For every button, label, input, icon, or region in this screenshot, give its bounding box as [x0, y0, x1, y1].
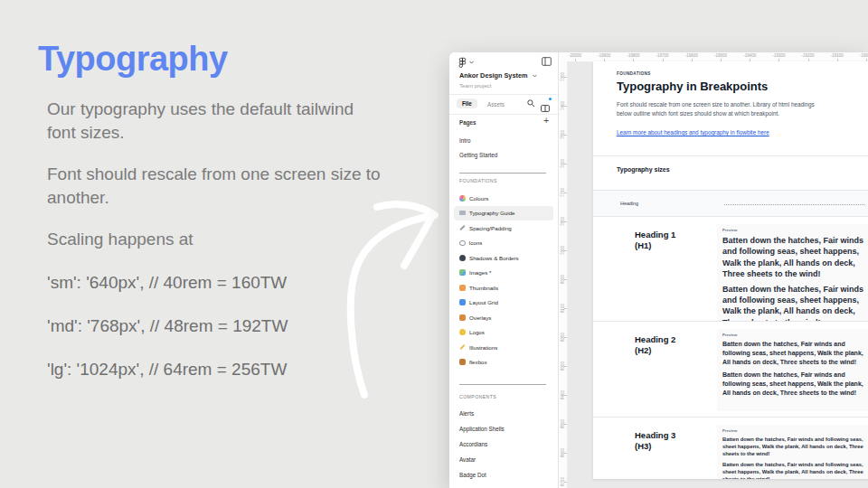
- ruler-tick: [564, 135, 567, 136]
- file-name-dropdown[interactable]: Ankor Design System: [459, 71, 527, 80]
- notification-dot: [549, 98, 552, 100]
- sidebar-item-images[interactable]: Images *: [449, 266, 558, 281]
- artboard-title: Typography in Breakpoints: [617, 80, 768, 93]
- sidebar-item-label: Illustrations: [469, 344, 497, 351]
- divider: [449, 114, 558, 115]
- tab-file[interactable]: File: [457, 99, 477, 108]
- sidebar-item-label: Overlays: [469, 314, 491, 321]
- ruler-tick: [564, 482, 567, 483]
- ruler-tick: [564, 395, 567, 396]
- sidebar-item-label: Layout Grid: [469, 299, 498, 305]
- ruler-label: -20000: [569, 53, 581, 58]
- library-icon[interactable]: [541, 99, 550, 107]
- sidebar-item-label: Colours: [469, 195, 488, 202]
- sidebar-page-intro[interactable]: Intro: [459, 137, 471, 144]
- foundations-list: ColoursTypography GuideSpacing/PaddingIc…: [449, 191, 558, 370]
- image-icon: [459, 269, 466, 276]
- figma-sidebar: Ankor Design System Team project File As…: [449, 52, 559, 488]
- sidebar-item-colours[interactable]: Colours: [449, 191, 558, 206]
- flowbite-link[interactable]: Learn more about headings and typography…: [617, 129, 769, 136]
- sidebar-item-typography-guide[interactable]: Typography Guide: [454, 206, 553, 221]
- ruler-label: -19900: [598, 53, 610, 58]
- breakpoint-lg-line: 'lg': '1024px', // 64rem = 256TW: [47, 360, 287, 380]
- sidebar-item-label: Logos: [469, 329, 485, 335]
- toggle-panel-icon[interactable]: [542, 57, 552, 66]
- sidebar-item-badge-dot[interactable]: Badge Dot: [449, 467, 558, 483]
- breakpoint-sm-line: 'sm': '640px', // 40rem = 160TW: [47, 273, 287, 293]
- preview-cell: PreviewBatten down the hatches, Fair win…: [717, 425, 868, 479]
- sidebar-item-thumbnails[interactable]: Thumbnails: [449, 280, 558, 296]
- hand-drawn-arrow: [335, 181, 452, 425]
- overlays-icon: [459, 314, 466, 321]
- ruler-tick: [564, 308, 567, 309]
- figma-logo-icon[interactable]: [458, 57, 467, 69]
- typography-sizes-label: Typography sizes: [617, 166, 670, 173]
- ruler-tick: [564, 164, 567, 164]
- sidebar-item-label: Spacing/Padding: [469, 225, 512, 231]
- ruler-label: -19100: [831, 53, 844, 58]
- ruler-tick: [564, 77, 567, 78]
- preview-cell: PreviewBatten down the hatches, Fair win…: [717, 224, 868, 321]
- divider: [459, 173, 546, 174]
- table-header-heading: Heading: [620, 201, 638, 206]
- preview-text: Batten down the hatches, Fair winds and …: [722, 436, 864, 457]
- sidebar-item-overlays[interactable]: Overlays: [449, 310, 558, 325]
- sidebar-item-icons[interactable]: Icons: [449, 236, 558, 251]
- artboard-eyebrow: FOUNDATIONS: [617, 71, 651, 76]
- layout-grid-icon: [459, 299, 466, 305]
- slide: Typography Our typography uses the defau…: [0, 0, 868, 488]
- ruler-tick: [564, 192, 567, 193]
- search-icon[interactable]: [527, 99, 535, 108]
- sidebar-item-flexbox[interactable]: flexbox: [449, 355, 558, 371]
- flexbox-icon: [459, 359, 466, 365]
- table-header: Heading: [593, 190, 868, 217]
- chevron-down-icon[interactable]: [533, 74, 537, 78]
- row-heading-label: Heading 3(H3): [635, 430, 675, 452]
- components-list: AlertsApplication ShellsAccordiansAvatar…: [449, 406, 558, 488]
- typography-rows: Heading 1(H1)PreviewBatten down the hatc…: [593, 217, 868, 479]
- sidebar-item-logos[interactable]: Logos: [449, 325, 558, 341]
- divider: [449, 94, 558, 95]
- row-heading-label: Heading 2(H2): [635, 334, 675, 356]
- sidebar-item-label: Typography Guide: [469, 210, 515, 216]
- sidebar-item-accordians[interactable]: Accordians: [449, 436, 558, 452]
- slide-paragraph: Scaling happens at: [47, 228, 383, 251]
- sidebar-item-label: flexbox: [469, 359, 487, 365]
- dotted-line: [724, 204, 864, 205]
- preview-label: Preview: [722, 428, 864, 433]
- ruler-tick: [564, 221, 567, 222]
- sidebar-item-shadows-borders[interactable]: Shadows & Borders: [449, 250, 558, 266]
- preview-label: Preview: [722, 333, 864, 337]
- sidebar-item-avatar[interactable]: Avatar: [449, 452, 558, 467]
- divider: [593, 155, 868, 156]
- sidebar-item-application-shells[interactable]: Application Shells: [449, 421, 558, 436]
- sidebar-item-alerts[interactable]: Alerts: [449, 406, 558, 421]
- thumbnail-icon: [459, 285, 466, 291]
- preview-text: Batten down the hatches, Fair winds and …: [722, 371, 864, 398]
- typography-artboard: FOUNDATIONS Typography in Breakpoints Fo…: [593, 61, 868, 479]
- preview-cell: PreviewBatten down the hatches, Fair win…: [717, 329, 868, 411]
- sidebar-item-illustrations[interactable]: Illustrations: [449, 340, 558, 355]
- sidebar-item-badges[interactable]: Badges: [449, 483, 558, 488]
- chevron-down-icon[interactable]: [469, 61, 474, 64]
- ruler-label: -19400: [743, 53, 756, 58]
- artboard-description: Font should rescale from one screen size…: [617, 100, 816, 117]
- sidebar-page-getting-started[interactable]: Getting Started: [459, 152, 497, 158]
- sidebar-item-spacing-padding[interactable]: Spacing/Padding: [449, 221, 558, 236]
- pencil-icon: [459, 225, 465, 230]
- ruler-tick: [564, 424, 567, 425]
- ruler-label: -19300: [772, 53, 785, 58]
- components-section-label: COMPONENTS: [459, 394, 496, 399]
- ruler-label: -19200: [802, 53, 815, 58]
- typography-icon: [459, 211, 466, 215]
- sidebar-item-label: Images *: [469, 269, 491, 276]
- add-page-button[interactable]: +: [543, 116, 549, 126]
- vertical-ruler: 7300740075007600770078007900800081008200…: [558, 61, 568, 488]
- sidebar-item-layout-grid[interactable]: Layout Grid: [449, 296, 558, 311]
- preview-text: Batten down the hatches, Fair winds and …: [722, 340, 864, 367]
- type-row-heading-1: Heading 1(H1)PreviewBatten down the hatc…: [593, 217, 868, 321]
- tab-assets[interactable]: Assets: [487, 101, 505, 108]
- ruler-tick: [575, 59, 576, 61]
- slide-paragraph: Font should rescale from one screen size…: [47, 163, 383, 210]
- project-label: Team project: [459, 82, 491, 89]
